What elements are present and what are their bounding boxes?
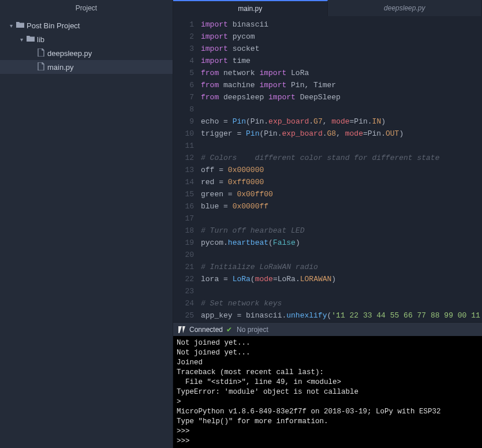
status-bar: Connected ✔ No project <box>173 322 482 336</box>
file-tree: ▾Post Bin Project▾libdeepsleep.pymain.py <box>0 16 173 74</box>
code-area[interactable]: import binasciiimport pycomimport socket… <box>201 16 482 322</box>
code-editor[interactable]: 1234567891011121314151617181920212223242… <box>173 16 482 322</box>
sidebar-title: Project <box>0 0 173 16</box>
tree-folder[interactable]: ▾lib <box>0 32 173 46</box>
folder-icon <box>15 21 25 30</box>
file-icon <box>36 48 46 58</box>
main-area: main.pydeepsleep.py 12345678910111213141… <box>173 0 482 448</box>
line-gutter: 1234567891011121314151617181920212223242… <box>173 16 201 322</box>
tree-item-label: lib <box>36 35 44 44</box>
editor-tab[interactable]: main.py <box>173 0 328 16</box>
tree-item-label: main.py <box>46 63 74 72</box>
chevron-down-icon: ▾ <box>17 36 25 43</box>
check-icon: ✔ <box>226 326 232 334</box>
tree-item-label: deepsleep.py <box>46 49 92 58</box>
project-sidebar: Project ▾Post Bin Project▾libdeepsleep.p… <box>0 0 173 448</box>
editor-tab[interactable]: deepsleep.py <box>328 0 483 16</box>
file-icon <box>36 62 46 72</box>
terminal-panel[interactable]: Not joined yet... Not joined yet... Join… <box>173 336 482 448</box>
editor-tabbar: main.pydeepsleep.py <box>173 0 482 16</box>
chevron-down-icon: ▾ <box>7 23 15 29</box>
pycom-logo-icon <box>178 326 186 334</box>
tree-file[interactable]: deepsleep.py <box>0 46 173 60</box>
status-connected: Connected <box>189 326 223 334</box>
folder-icon <box>25 35 36 44</box>
status-noproject: No project <box>237 326 268 334</box>
tree-file[interactable]: main.py <box>0 60 173 74</box>
tree-item-label: Post Bin Project <box>25 21 80 30</box>
tree-folder[interactable]: ▾Post Bin Project <box>0 18 173 32</box>
